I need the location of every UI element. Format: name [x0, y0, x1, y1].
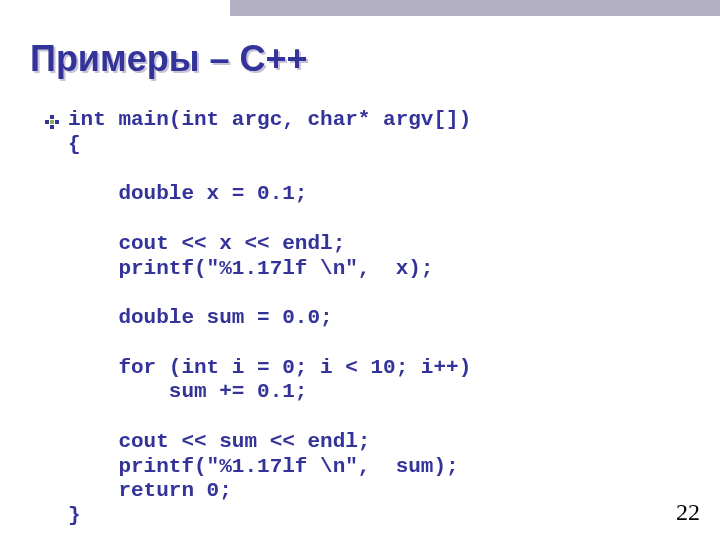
bullet-icon [45, 115, 59, 129]
svg-rect-3 [50, 125, 54, 129]
page-number: 22 [676, 499, 700, 526]
code-snippet: int main(int argc, char* argv[]) { doubl… [68, 108, 690, 529]
svg-rect-2 [55, 120, 59, 124]
svg-rect-1 [45, 120, 49, 124]
header-accent-bar [230, 0, 720, 16]
slide-title: Примеры – С++ [30, 38, 307, 80]
svg-rect-4 [50, 120, 54, 124]
svg-rect-0 [50, 115, 54, 119]
